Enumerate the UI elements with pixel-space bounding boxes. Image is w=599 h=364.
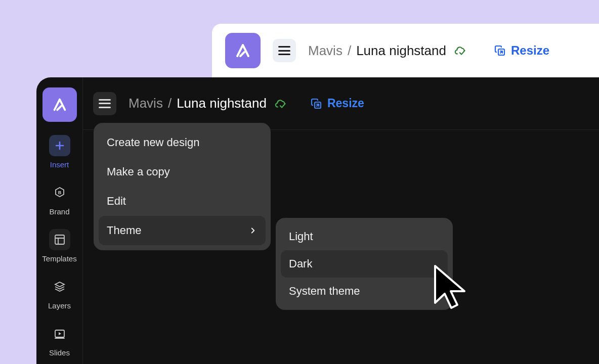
theme-option-light[interactable]: Light [281, 223, 448, 250]
logo-a-icon [51, 96, 69, 114]
svg-text:B: B [58, 190, 61, 195]
breadcrumb-separator: / [168, 96, 172, 111]
layers-icon [49, 276, 70, 297]
light-mode-header: Mavis / Luna nighstand Resize [212, 24, 599, 77]
breadcrumb-parent[interactable]: Mavis [308, 43, 343, 59]
menu-item-label: Make a copy [107, 165, 170, 178]
sidebar-item-label: Layers [48, 301, 71, 310]
cloud-saved-icon [454, 44, 467, 57]
menu-item-theme[interactable]: Theme [99, 216, 266, 245]
main-menu-dropdown: Create new design Make a copy Edit Theme [94, 123, 271, 250]
sidebar-item-label: Slides [49, 348, 70, 357]
sidebar-item-layers[interactable]: Layers [36, 276, 82, 310]
hamburger-button-dark[interactable] [93, 92, 116, 115]
svg-rect-2 [55, 235, 64, 244]
menu-item-edit[interactable]: Edit [99, 187, 266, 216]
breadcrumb-dark: Mavis / Luna nighstand [129, 96, 288, 111]
sidebar-item-label: Templates [42, 254, 76, 263]
sidebar: Insert B Brand Templates Layers Slides [36, 77, 82, 364]
menu-item-make-copy[interactable]: Make a copy [99, 157, 266, 187]
menu-item-label: Create new design [107, 136, 199, 149]
resize-icon [494, 44, 506, 57]
templates-icon [49, 229, 70, 250]
sidebar-item-slides[interactable]: Slides [36, 323, 82, 357]
sidebar-item-brand[interactable]: B Brand [36, 182, 82, 216]
chevron-right-icon [248, 226, 258, 235]
hamburger-icon [99, 99, 111, 108]
breadcrumb-parent[interactable]: Mavis [129, 96, 163, 111]
resize-button-dark[interactable]: Resize [310, 97, 364, 110]
cloud-saved-icon [275, 97, 288, 110]
resize-label: Resize [327, 97, 364, 110]
breadcrumb-current[interactable]: Luna nighstand [356, 43, 446, 59]
breadcrumb-separator: / [348, 43, 351, 59]
app-logo[interactable] [225, 33, 261, 68]
sidebar-item-label: Brand [49, 207, 69, 216]
resize-icon [310, 98, 322, 110]
resize-button-light[interactable]: Resize [494, 43, 549, 58]
menu-item-create-new[interactable]: Create new design [99, 128, 266, 157]
theme-submenu: Light Dark System theme [276, 218, 453, 310]
logo-a-icon [233, 41, 252, 60]
dark-header: Mavis / Luna nighstand Resize [83, 77, 599, 130]
breadcrumb-light: Mavis / Luna nighstand [308, 43, 467, 59]
main-area: Mavis / Luna nighstand Resize [82, 77, 599, 364]
sidebar-item-label: Insert [50, 160, 69, 169]
slides-icon [49, 323, 70, 344]
sidebar-item-templates[interactable]: Templates [36, 229, 82, 263]
plus-icon [49, 135, 70, 156]
theme-option-dark[interactable]: Dark [281, 250, 448, 278]
brand-icon: B [49, 182, 70, 203]
menu-item-label: Edit [107, 195, 126, 208]
submenu-item-label: System theme [289, 285, 360, 297]
submenu-item-label: Dark [289, 257, 312, 270]
submenu-item-label: Light [289, 230, 313, 243]
menu-item-label: Theme [107, 224, 141, 237]
theme-option-system[interactable]: System theme [281, 278, 448, 305]
breadcrumb-current[interactable]: Luna nighstand [177, 96, 267, 111]
resize-label: Resize [511, 43, 549, 58]
dark-mode-app: Insert B Brand Templates Layers Slides [36, 77, 599, 364]
sidebar-item-insert[interactable]: Insert [36, 135, 82, 169]
hamburger-button-light[interactable] [273, 39, 296, 62]
sidebar-app-logo[interactable] [42, 87, 77, 122]
hamburger-icon [278, 46, 290, 55]
